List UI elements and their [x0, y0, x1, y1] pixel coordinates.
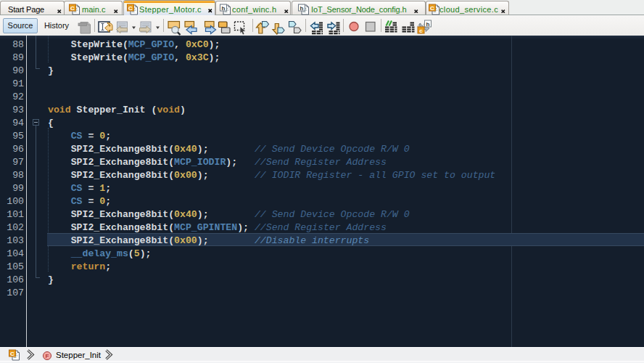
svg-text:h: h	[426, 21, 430, 28]
svg-text:F: F	[46, 352, 49, 359]
svg-text:c: c	[419, 28, 423, 34]
